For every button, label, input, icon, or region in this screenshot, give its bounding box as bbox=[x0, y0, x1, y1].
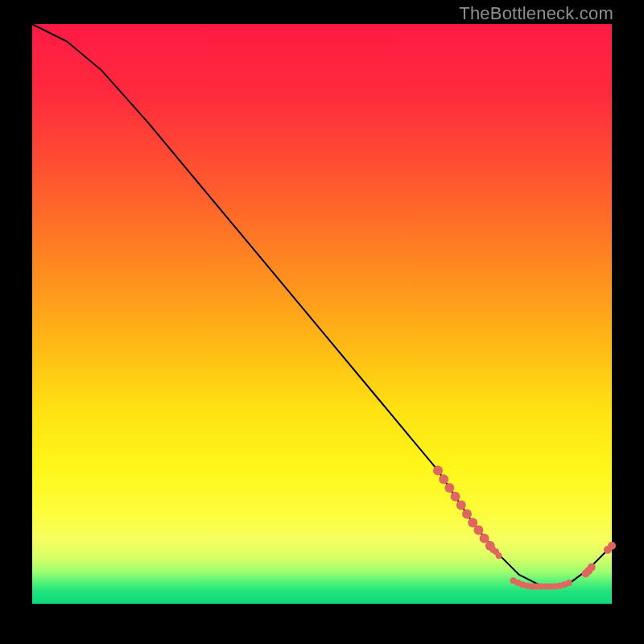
marker-dot bbox=[588, 564, 596, 572]
curve-line bbox=[32, 24, 612, 586]
marker-dot bbox=[462, 509, 472, 518]
marker-dot bbox=[473, 526, 483, 535]
marker-dot bbox=[451, 492, 460, 502]
marker-layer bbox=[433, 465, 616, 589]
marker-dot bbox=[439, 474, 448, 484]
marker-dot bbox=[608, 542, 616, 550]
marker-dot bbox=[566, 580, 572, 586]
chart-svg bbox=[32, 24, 612, 604]
marker-dot bbox=[433, 465, 443, 475]
watermark-label: TheBottleneck.com bbox=[459, 3, 613, 24]
plot-area bbox=[32, 24, 612, 604]
marker-dot bbox=[444, 483, 454, 493]
marker-dot bbox=[496, 552, 502, 559]
marker-dot bbox=[456, 501, 466, 510]
chart-stage: TheBottleneck.com bbox=[0, 0, 644, 644]
